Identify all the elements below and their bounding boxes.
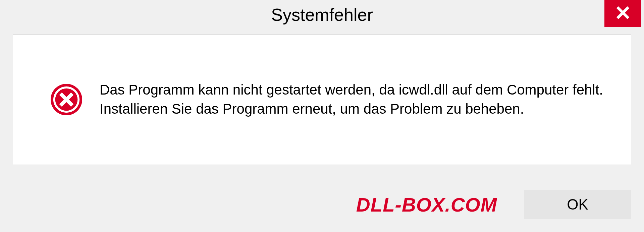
- error-dialog: Systemfehler Das Programm kann nicht ges…: [3, 0, 641, 229]
- dialog-title: Systemfehler: [271, 5, 373, 25]
- watermark-text: DLL-BOX.COM: [356, 193, 497, 216]
- ok-button[interactable]: OK: [524, 190, 631, 219]
- dialog-footer: DLL-BOX.COM OK: [3, 190, 631, 219]
- close-icon: [615, 5, 631, 22]
- message-panel: Das Programm kann nicht gestartet werden…: [13, 34, 631, 165]
- close-button[interactable]: [604, 0, 641, 27]
- title-bar: Systemfehler: [3, 0, 641, 30]
- error-message: Das Programm kann nicht gestartet werden…: [100, 80, 607, 118]
- error-icon: [50, 83, 83, 116]
